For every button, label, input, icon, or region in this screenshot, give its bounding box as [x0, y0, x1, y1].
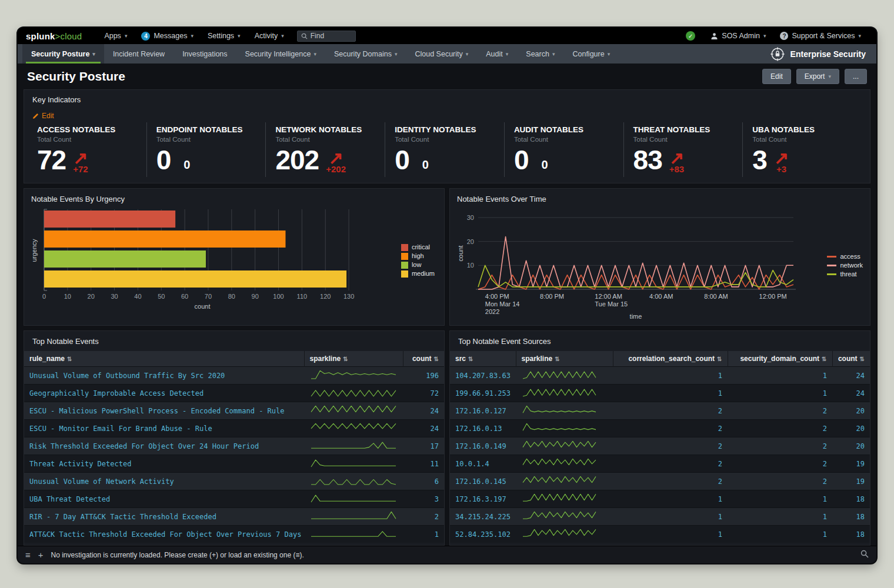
appnav-item-security-domains[interactable]: Security Domains▾ [325, 44, 406, 64]
column-header-sparkline[interactable]: sparkline⇅ [304, 351, 403, 367]
count-cell: 11 [403, 455, 444, 473]
topnav-item-settings[interactable]: Settings▾ [201, 32, 248, 41]
key-indicator-threat-notables[interactable]: THREAT NOTABLESTotal Count83↗+83 [623, 122, 743, 177]
find-search-input[interactable]: Find [297, 31, 356, 42]
appnav-item-audit[interactable]: Audit▾ [477, 44, 517, 64]
support-label: Support & Services [792, 32, 855, 40]
rule-name-cell[interactable]: Unusual Volume of Outbound Traffic By Sr… [24, 367, 304, 385]
table-row[interactable]: ATT&CK Tactic Threshold Exceeded For Obj… [24, 526, 444, 543]
topnav-item-activity[interactable]: Activity▾ [248, 32, 291, 41]
sparkline [309, 369, 398, 380]
svg-text:30: 30 [111, 293, 118, 300]
column-header-count[interactable]: count⇅ [403, 351, 444, 367]
table-row[interactable]: 172.16.0.1452219 [450, 473, 870, 490]
rule-name-cell[interactable]: Threat Activity Detected [24, 455, 304, 473]
count-cell: 19 [832, 473, 870, 490]
rule-name-cell[interactable]: ESCU - Malicious PowerShell Process - En… [24, 402, 304, 420]
table-row[interactable]: RIR - 7 Day ATT&CK Tactic Threshold Exce… [24, 508, 444, 526]
column-header-security_domain_count[interactable]: security_domain_count⇅ [728, 351, 832, 367]
enterprise-security-brand[interactable]: Enterprise Security [770, 44, 872, 64]
rule-name-cell[interactable]: Unusual Volume of Network Activity [24, 473, 304, 490]
table-row[interactable]: 104.207.83.631124 [450, 367, 870, 385]
legend-dash [827, 256, 836, 258]
urgency-bar-chart[interactable]: 0102030405060708090100110120130counturge… [31, 207, 378, 315]
appnav-item-search[interactable]: Search▾ [517, 44, 563, 64]
appnav-item-incident-review[interactable]: Incident Review [104, 44, 174, 64]
src-cell[interactable]: 172.16.0.149 [450, 437, 516, 455]
sort-icon: ⇅ [717, 356, 722, 362]
key-indicator-audit-notables[interactable]: AUDIT NOTABLESTotal Count00 [504, 122, 623, 177]
table-row[interactable]: 199.66.91.2531124 [450, 385, 870, 402]
table-row[interactable]: Risk Threshold Exceeded For Object Over … [24, 437, 444, 455]
column-header-count[interactable]: count⇅ [832, 351, 870, 367]
table-row[interactable]: ESCU - Malicious PowerShell Process - En… [24, 402, 444, 420]
indicator-trend: ↗+83 [669, 152, 684, 173]
src-cell[interactable]: 199.66.91.253 [450, 385, 516, 402]
table-row[interactable]: 172.16.0.1272220 [450, 402, 870, 420]
appnav-item-security-intelligence[interactable]: Security Intelligence▾ [236, 44, 325, 64]
key-indicator-uba-notables[interactable]: UBA NOTABLESTotal Count3↗+3 [742, 122, 862, 177]
footer-search-icon[interactable] [860, 550, 869, 560]
sort-icon: ⇅ [555, 356, 559, 362]
table-row[interactable]: Unusual Volume of Network Activity6 [24, 473, 444, 490]
table-row[interactable]: 172.16.0.1492220 [450, 437, 870, 455]
appnav-item-security-posture[interactable]: Security Posture▾ [22, 44, 104, 64]
key-indicator-endpoint-notables[interactable]: ENDPOINT NOTABLESTotal Count00 [146, 122, 266, 177]
table-row[interactable]: 172.16.0.132220 [450, 420, 870, 437]
key-indicator-network-notables[interactable]: NETWORK NOTABLESTotal Count202↗+202 [265, 122, 385, 177]
rule-name-cell[interactable]: ESCU - Monitor Email For Brand Abuse - R… [24, 420, 304, 437]
rule-name-cell[interactable]: UBA Threat Detected [24, 490, 304, 508]
table-row[interactable]: Threat Activity Detected11 [24, 455, 444, 473]
sparkline-cell [516, 473, 613, 490]
column-header-rule_name[interactable]: rule_name⇅ [24, 351, 304, 367]
key-indicators-edit-link[interactable]: Edit [32, 112, 54, 120]
sparkline [309, 440, 398, 450]
indicator-delta: 0 [541, 158, 548, 172]
src-cell[interactable]: 172.16.0.145 [450, 473, 516, 490]
load-investigation-icon[interactable]: ≡ [25, 550, 31, 560]
create-investigation-icon[interactable]: + [38, 550, 44, 560]
investigation-bar: ≡ + No investigation is currently loaded… [18, 546, 876, 563]
table-row[interactable]: 52.84.235.1021118 [450, 526, 870, 543]
src-cell[interactable]: 172.16.0.13 [450, 420, 516, 437]
topnav-item-messages[interactable]: 4Messages▾ [134, 32, 201, 41]
health-status-icon[interactable]: ✓ [686, 31, 695, 41]
more-button[interactable]: ... [845, 69, 867, 84]
export-button[interactable]: Export▾ [796, 69, 839, 84]
topnav-item-apps[interactable]: Apps▾ [97, 32, 134, 41]
table-row[interactable]: UBA Threat Detected3 [24, 490, 444, 508]
src-cell[interactable]: 172.16.0.127 [450, 402, 516, 420]
src-cell[interactable]: 52.84.235.102 [450, 526, 516, 543]
rule-name-cell[interactable]: Geographically Improbable Access Detecte… [24, 385, 304, 402]
column-header-correlation_search_count[interactable]: correlation_search_count⇅ [613, 351, 728, 367]
count-cell: 1 [403, 526, 444, 543]
sparkline-cell [304, 455, 403, 473]
table-row[interactable]: 10.0.1.42219 [450, 455, 870, 473]
table-row[interactable]: Unusual Volume of Outbound Traffic By Sr… [24, 367, 444, 385]
user-menu[interactable]: SOS Admin▾ [703, 32, 773, 40]
edit-button[interactable]: Edit [762, 69, 791, 84]
rule-name-cell[interactable]: Risk Threshold Exceeded For Object Over … [24, 437, 304, 455]
support-menu[interactable]: ? Support & Services▾ [773, 32, 868, 40]
appnav-item-configure[interactable]: Configure▾ [563, 44, 619, 64]
splunk-logo[interactable]: splunk>cloud [26, 31, 82, 41]
key-indicator-identity-notables[interactable]: IDENTITY NOTABLESTotal Count00 [385, 122, 504, 177]
src-cell[interactable]: 10.0.1.4 [450, 455, 516, 473]
table-row[interactable]: Geographically Improbable Access Detecte… [24, 385, 444, 402]
table-row[interactable]: 172.16.3.1971118 [450, 490, 870, 508]
appnav-item-cloud-security[interactable]: Cloud Security▾ [406, 44, 477, 64]
key-indicator-access-notables[interactable]: ACCESS NOTABLESTotal Count72↗+72 [32, 122, 146, 177]
src-cell[interactable]: 104.207.83.63 [450, 367, 516, 385]
rule-name-cell[interactable]: ATT&CK Tactic Threshold Exceeded For Obj… [24, 526, 304, 543]
table-row[interactable]: ESCU - Monitor Email For Brand Abuse - R… [24, 420, 444, 437]
appnav-item-investigations[interactable]: Investigations [174, 44, 236, 64]
user-icon [710, 32, 718, 40]
count-cell: 18 [832, 526, 870, 543]
column-header-src[interactable]: src⇅ [450, 351, 516, 367]
table-row[interactable]: 34.215.24.2251118 [450, 508, 870, 526]
overtime-line-chart[interactable]: 1020304:00 PMMon Mar 1420228:00 PM12:00 … [457, 207, 810, 321]
src-cell[interactable]: 34.215.24.225 [450, 508, 516, 526]
src-cell[interactable]: 172.16.3.197 [450, 490, 516, 508]
rule-name-cell[interactable]: RIR - 7 Day ATT&CK Tactic Threshold Exce… [24, 508, 304, 526]
column-header-sparkline[interactable]: sparkline⇅ [516, 351, 613, 367]
